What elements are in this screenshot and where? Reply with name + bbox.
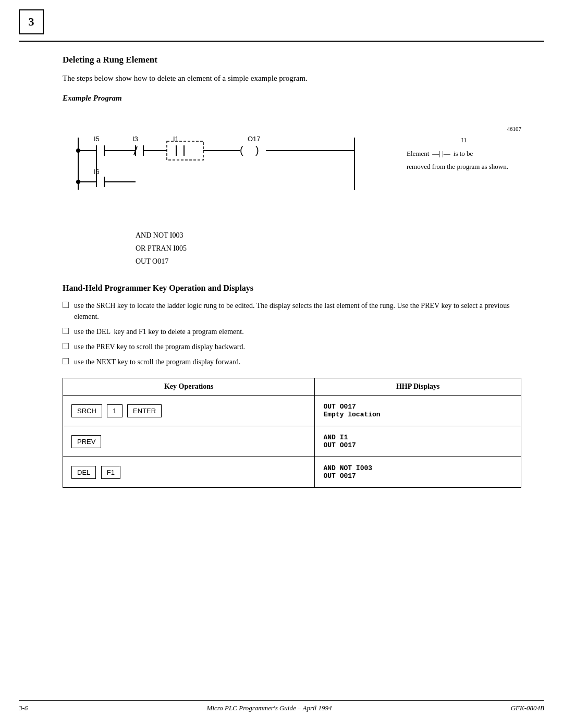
display-cell-3: AND NOT I003 OUT O017 xyxy=(315,457,521,488)
key-cell-1: SRCH 1 ENTER xyxy=(63,396,315,426)
display-cell-2: AND I1 OUT O017 xyxy=(315,426,521,457)
main-content: Deleting a Rung Element The steps below … xyxy=(63,55,521,488)
subsection-title: Example Program xyxy=(63,94,521,103)
ladder-diagram: I5 I3 I1 O17 ( ) xyxy=(63,109,521,224)
program-code: AND NOT I003 OR PTRAN I005 OUT O017 xyxy=(136,229,521,268)
display-cell-1: OUT O017 Empty location xyxy=(315,396,521,426)
key-1[interactable]: 1 xyxy=(107,404,122,417)
bullet-list: use the SRCH key to locate the ladder lo… xyxy=(63,300,521,367)
intro-text: The steps below show how to delete an el… xyxy=(63,72,521,84)
bullet-text-1: use the SRCH key to locate the ladder lo… xyxy=(74,300,521,322)
side-note-i1-label: I1 xyxy=(407,135,521,145)
display-row3-line2: OUT O017 xyxy=(323,472,512,480)
chapter-number: 3 xyxy=(29,15,34,29)
key-cell-3: DEL F1 xyxy=(63,457,315,488)
side-note: 46107 I1 Element —| |— is to be removed … xyxy=(407,125,521,172)
section-title: Deleting a Rung Element xyxy=(63,55,521,65)
svg-text:): ) xyxy=(255,144,259,156)
bullet-item-2: use the DEL key and F1 key to delete a p… xyxy=(63,326,521,337)
top-rule xyxy=(19,41,544,42)
key-f1[interactable]: F1 xyxy=(101,466,120,479)
col-header-keys: Key Operations xyxy=(63,378,315,396)
code-line-2: OR PTRAN I005 xyxy=(136,242,521,255)
key-del[interactable]: DEL xyxy=(71,466,96,479)
code-line-3: OUT O017 xyxy=(136,255,521,268)
key-prev[interactable]: PREV xyxy=(71,435,101,448)
table-row-2: PREV AND I1 OUT O017 xyxy=(63,426,521,457)
side-note-is-to-be: is to be xyxy=(454,149,473,159)
footer: 3-6 Micro PLC Programmer's Guide – April… xyxy=(19,700,544,712)
bullet-text-2: use the DEL key and F1 key to delete a p… xyxy=(74,326,244,337)
bullet-icon-4 xyxy=(63,358,69,364)
bullet-text-4: use the NEXT key to scroll the program d… xyxy=(74,356,240,367)
display-row2-line2: OUT O017 xyxy=(323,441,512,449)
ladder-svg: I5 I3 I1 O17 ( ) xyxy=(63,109,417,218)
bullet-item-4: use the NEXT key to scroll the program d… xyxy=(63,356,521,367)
table-row-1: SRCH 1 ENTER OUT O017 Empty location xyxy=(63,396,521,426)
svg-text:I3: I3 xyxy=(132,135,138,143)
footer-page-number: 3-6 xyxy=(19,704,28,712)
operations-table: Key Operations HHP Displays SRCH 1 ENTER… xyxy=(63,378,521,488)
bullet-item-1: use the SRCH key to locate the ladder lo… xyxy=(63,300,521,322)
footer-doc-number: GFK-0804B xyxy=(511,704,544,712)
side-note-element-label: Element xyxy=(407,149,429,159)
col-header-displays: HHP Displays xyxy=(315,378,521,396)
svg-text:I1: I1 xyxy=(173,135,179,143)
svg-text:O17: O17 xyxy=(248,135,261,143)
svg-rect-12 xyxy=(167,141,203,160)
bullet-icon-2 xyxy=(63,328,69,334)
display-row1-line1: OUT O017 xyxy=(323,403,512,411)
svg-point-21 xyxy=(76,149,80,153)
display-row3-line1: AND NOT I003 xyxy=(323,464,512,472)
code-line-1: AND NOT I003 xyxy=(136,229,521,242)
bullet-icon-3 xyxy=(63,343,69,349)
side-note-contact-symbol: —| |— xyxy=(432,149,450,159)
display-row1-line2: Empty location xyxy=(323,411,512,418)
key-srch[interactable]: SRCH xyxy=(71,404,102,417)
display-row2-line1: AND I1 xyxy=(323,434,512,441)
key-cell-2: PREV xyxy=(63,426,315,457)
chapter-number-box: 3 xyxy=(19,9,44,34)
table-row-3: DEL F1 AND NOT I003 OUT O017 xyxy=(63,457,521,488)
ref-number: 46107 xyxy=(407,125,521,133)
bullet-icon-1 xyxy=(63,302,69,308)
svg-text:(: ( xyxy=(240,144,243,156)
key-enter[interactable]: ENTER xyxy=(127,404,162,417)
bullet-text-3: use the PREV key to scroll the program d… xyxy=(74,341,245,352)
handheld-section-title: Hand-Held Programmer Key Operation and D… xyxy=(63,283,521,293)
svg-text:I5: I5 xyxy=(94,135,100,143)
side-note-body: removed from the program as shown. xyxy=(407,162,521,172)
bullet-item-3: use the PREV key to scroll the program d… xyxy=(63,341,521,352)
footer-title: Micro PLC Programmer's Guide – April 199… xyxy=(207,704,332,712)
